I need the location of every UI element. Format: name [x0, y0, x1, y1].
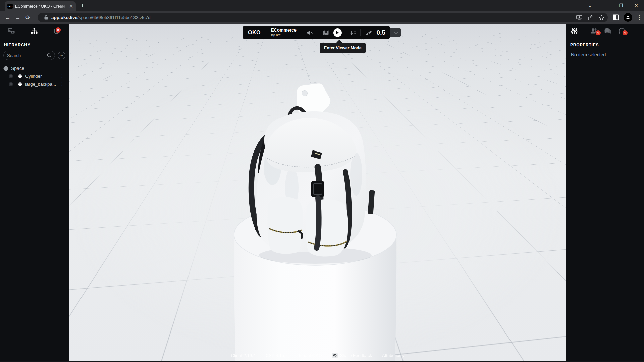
3d-viewport[interactable]: Client 2.19.4 CSP 4.15.2 Tenant OKO Shar…: [69, 24, 566, 361]
share-icon[interactable]: [588, 15, 593, 20]
hierarchy-panel: 0 HIERARCHY ••• Space: [0, 24, 69, 361]
oko-logo: OKO: [246, 29, 263, 36]
viewport-status-bar: Client 2.19.4 CSP 4.15.2 Tenant OKO Shar…: [69, 353, 566, 358]
person-icon: [626, 15, 630, 20]
enter-viewer-mode-button[interactable]: [333, 28, 342, 37]
properties-panel: 1 1 PROPERTIES No item selected: [566, 24, 644, 361]
fly-mode-icon[interactable]: [364, 29, 373, 36]
cube-icon: [18, 82, 22, 87]
chevron-down-icon: [394, 32, 398, 34]
tab-layers[interactable]: 0: [46, 27, 69, 34]
hierarchy-more-button[interactable]: •••: [58, 52, 65, 59]
speed-value[interactable]: 0.5: [377, 29, 387, 36]
tab-search-icon[interactable]: ⌄: [582, 0, 598, 11]
tab-title: ECommerce / OKO - Create acro: [15, 4, 67, 9]
forward-icon[interactable]: →: [13, 13, 23, 23]
lock-icon: [44, 15, 48, 20]
sort-order-icon[interactable]: [349, 30, 357, 36]
address-bar[interactable]: app.oko.live/space/6568e5361f11e5be133c4…: [38, 13, 608, 22]
oko-favicon: OKO: [7, 4, 13, 9]
cube-icon: [18, 74, 22, 79]
globe-icon: [3, 66, 8, 71]
window-bottom-edge: [0, 361, 644, 362]
url-path: /space/6568e5361f11e5be133c4c7d: [77, 15, 150, 20]
hierarchy-tree: Space Cylinder ⋮ large_backpa...: [0, 60, 69, 88]
csp-version: CSP 4.15.2: [266, 353, 288, 358]
layers-badge: 0: [56, 27, 61, 33]
chat-button[interactable]: [604, 28, 612, 34]
viewer-mode-tooltip: Enter Viewer Mode: [320, 43, 366, 53]
back-icon[interactable]: ←: [3, 13, 13, 23]
bookmark-star-icon[interactable]: [599, 15, 604, 20]
hierarchy-header: HIERARCHY: [0, 38, 69, 51]
browser-menu-icon[interactable]: ⋮: [637, 12, 642, 22]
item-menu-icon[interactable]: ⋮: [60, 75, 64, 77]
backpack-model: [251, 108, 375, 257]
hierarchy-icon: [31, 27, 38, 34]
restore-icon[interactable]: ❐: [613, 0, 629, 11]
tree-root-space[interactable]: Space: [3, 65, 69, 72]
search-input[interactable]: [7, 53, 47, 58]
help-badge: 1: [623, 30, 628, 35]
minimize-icon[interactable]: —: [598, 0, 613, 11]
close-icon[interactable]: ✕: [629, 0, 644, 11]
participants-badge: 1: [596, 30, 601, 35]
discord-icon: [332, 353, 338, 358]
space-title: ECommerce: [271, 28, 297, 33]
play-icon: [336, 31, 339, 35]
mute-audio-icon[interactable]: [306, 30, 314, 35]
browser-tab[interactable]: OKO ECommerce / OKO - Create acro ✕: [5, 1, 76, 11]
browser-toolbar: ← → ⟳ app.oko.live/space/6568e5361f11e5b…: [0, 11, 644, 24]
share-feedback-label: Share Feedback: [340, 353, 372, 358]
tree-item-backpack[interactable]: large_backpa... ⋮: [3, 80, 69, 88]
search-icon: [47, 53, 51, 58]
url-host: app.oko.live: [51, 15, 77, 20]
properties-header: PROPERTIES: [566, 38, 644, 51]
sliders-icon: [571, 27, 578, 34]
space-toolbar: OKO ECommerce by Ike 0.5: [243, 26, 390, 39]
tab-assets-library[interactable]: [0, 27, 23, 34]
tab-hierarchy[interactable]: [23, 27, 46, 34]
space-byline: by Ike: [271, 33, 297, 37]
tree-item-label: Cylinder: [25, 74, 42, 79]
left-panel-tabs: 0: [0, 24, 69, 38]
side-panel-icon[interactable]: [612, 14, 619, 21]
new-tab-button[interactable]: +: [80, 2, 84, 10]
hierarchy-search[interactable]: [3, 51, 55, 60]
expand-toggle-icon[interactable]: [9, 82, 13, 86]
tenant-label[interactable]: Tenant OKO: [298, 353, 322, 358]
assets-library-icon: [8, 27, 15, 34]
install-app-icon[interactable]: [576, 15, 582, 20]
reload-icon[interactable]: ⟳: [23, 13, 33, 23]
tab-close-icon[interactable]: ✕: [69, 4, 73, 9]
browser-titlebar: OKO ECommerce / OKO - Create acro ✕ + ⌄ …: [0, 0, 644, 11]
help-support-button[interactable]: 1: [618, 28, 625, 34]
scene-canvas: [69, 24, 566, 361]
profile-avatar[interactable]: [624, 13, 632, 22]
minimap-icon[interactable]: [321, 30, 330, 36]
tree-item-label: large_backpa...: [25, 82, 56, 87]
tree-item-cylinder[interactable]: Cylinder ⋮: [3, 72, 69, 80]
client-version: Client 2.19.4: [231, 353, 256, 358]
settings-sliders-button[interactable]: [571, 27, 578, 34]
chat-icon: [604, 28, 612, 34]
tree-root-label: Space: [11, 66, 24, 71]
expand-toggle-icon[interactable]: [9, 74, 13, 78]
attributions-link[interactable]: Attributions: [382, 353, 404, 358]
participants-button[interactable]: 1: [590, 28, 598, 34]
share-feedback-link[interactable]: Share Feedback: [332, 353, 372, 358]
properties-empty-state: No item selected: [566, 51, 644, 59]
item-menu-icon[interactable]: ⋮: [60, 83, 64, 85]
space-meta: ECommerce by Ike: [270, 28, 299, 37]
